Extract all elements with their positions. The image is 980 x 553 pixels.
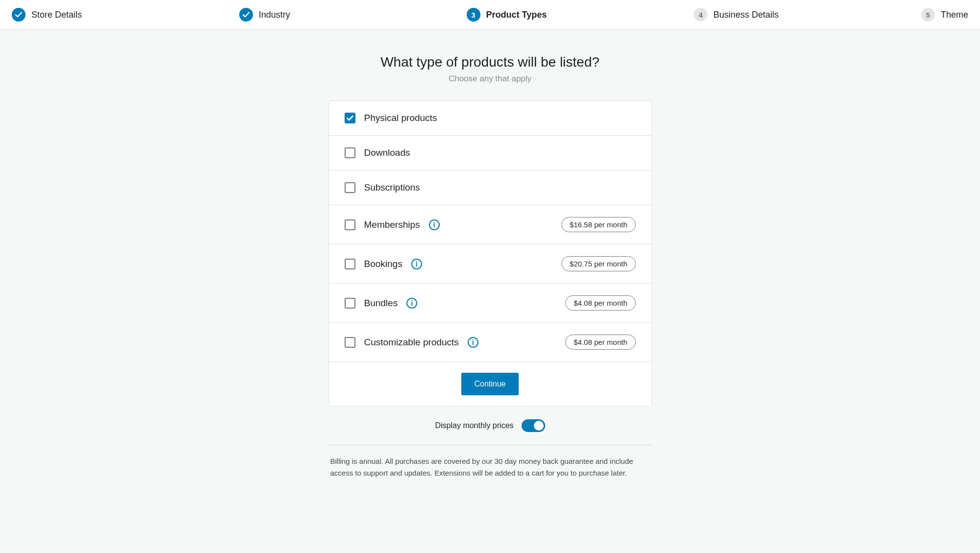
option-memberships[interactable]: Memberships i $16.58 per month [329, 205, 652, 244]
step-industry[interactable]: Industry [239, 8, 467, 22]
step-label: Store Details [31, 10, 82, 20]
page-subheading: Choose any that apply [328, 74, 652, 84]
continue-row: Continue [329, 361, 652, 406]
info-icon[interactable]: i [429, 219, 440, 230]
wizard-stepper: Store Details Industry 3 Product Types 4… [0, 0, 980, 30]
price-pill: $20.75 per month [561, 256, 636, 271]
checkbox[interactable] [345, 298, 355, 309]
step-label: Theme [941, 10, 968, 20]
checkbox[interactable] [345, 182, 355, 193]
toggle-label: Display monthly prices [435, 421, 513, 430]
main-content: What type of products will be listed? Ch… [319, 54, 662, 504]
option-label: Bookings [364, 259, 402, 269]
option-label: Memberships [364, 219, 420, 230]
option-label: Bundles [364, 298, 398, 309]
monthly-prices-toggle-row: Display monthly prices [328, 419, 652, 445]
step-theme[interactable]: 5 Theme [921, 8, 968, 22]
info-icon[interactable]: i [406, 298, 417, 309]
option-label: Subscriptions [364, 182, 420, 193]
option-downloads[interactable]: Downloads [329, 136, 652, 170]
step-number-icon: 3 [467, 8, 480, 22]
price-pill: $4.08 per month [565, 335, 635, 350]
billing-note: Billing is annual. All purchases are cov… [328, 446, 652, 504]
step-number-icon: 4 [694, 8, 707, 22]
options-card: Physical products Downloads Subscription… [328, 100, 652, 407]
option-subscriptions[interactable]: Subscriptions [329, 170, 652, 205]
checkbox[interactable] [345, 147, 355, 158]
price-pill: $4.08 per month [565, 295, 635, 311]
option-bundles[interactable]: Bundles i $4.08 per month [329, 284, 652, 323]
checkbox[interactable] [345, 113, 355, 123]
checkbox[interactable] [345, 337, 355, 348]
checkbox[interactable] [345, 259, 355, 269]
continue-button[interactable]: Continue [461, 373, 518, 395]
step-store-details[interactable]: Store Details [12, 8, 239, 22]
step-label: Product Types [486, 10, 547, 20]
option-customizable-products[interactable]: Customizable products i $4.08 per month [329, 323, 652, 361]
monthly-prices-toggle[interactable] [522, 419, 545, 432]
info-icon[interactable]: i [411, 259, 422, 269]
step-label: Business Details [713, 10, 779, 20]
price-pill: $16.58 per month [561, 217, 636, 232]
info-icon[interactable]: i [468, 337, 478, 348]
checkbox[interactable] [345, 219, 355, 230]
checkmark-icon [12, 8, 25, 22]
option-label: Customizable products [364, 337, 459, 348]
step-label: Industry [259, 10, 290, 20]
page-heading: What type of products will be listed? [328, 54, 652, 70]
step-product-types[interactable]: 3 Product Types [467, 8, 694, 22]
option-label: Downloads [364, 147, 410, 158]
option-physical-products[interactable]: Physical products [329, 101, 652, 136]
toggle-knob [534, 421, 544, 431]
option-label: Physical products [364, 113, 437, 123]
checkmark-icon [239, 8, 253, 22]
option-bookings[interactable]: Bookings i $20.75 per month [329, 244, 652, 284]
step-business-details[interactable]: 4 Business Details [694, 8, 921, 22]
step-number-icon: 5 [921, 8, 935, 22]
